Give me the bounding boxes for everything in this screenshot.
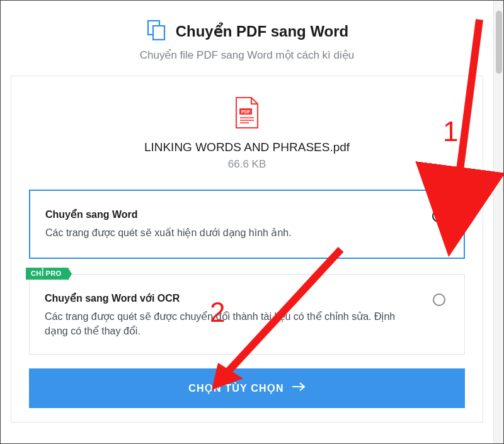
page-title: Chuyển PDF sang Word [176, 23, 349, 40]
cta-label: CHỌN TÙY CHỌN [188, 382, 284, 394]
scrollbar[interactable] [493, 1, 503, 443]
converter-card: PDF LINKING WORDS AND PHRASES.pdf 66.6 K… [11, 76, 483, 423]
file-name: LINKING WORDS AND PHRASES.pdf [29, 140, 465, 154]
option-desc: Các trang được quét sẽ được chuyển đổi t… [45, 309, 414, 338]
option-desc: Các trang được quét sẽ xuất hiện dưới dạ… [45, 225, 413, 240]
page-subtitle: Chuyển file PDF sang Word một cách kì di… [9, 48, 484, 62]
file-info: PDF LINKING WORDS AND PHRASES.pdf 66.6 K… [29, 94, 465, 190]
option-convert-to-word[interactable]: Chuyển sang Word Các trang được quét sẽ … [29, 190, 465, 259]
radio-unselected-icon[interactable] [433, 293, 445, 306]
option-title: Chuyển sang Word [45, 208, 413, 220]
option-convert-to-word-ocr[interactable]: CHỈ PRO Chuyển sang Word với OCR Các tra… [29, 274, 465, 354]
copy-icon [146, 20, 167, 43]
header: Chuyển PDF sang Word Chuyển file PDF san… [9, 20, 484, 76]
pdf-file-icon: PDF [234, 120, 260, 131]
arrow-right-icon [292, 382, 306, 394]
option-title: Chuyển sang Word với OCR [45, 292, 414, 304]
choose-option-button[interactable]: CHỌN TÙY CHỌN [29, 368, 465, 408]
scrollbar-thumb[interactable] [496, 11, 502, 74]
svg-rect-1 [153, 26, 164, 40]
header-row: Chuyển PDF sang Word [9, 20, 484, 43]
file-size: 66.6 KB [29, 158, 465, 171]
main-content: Chuyển PDF sang Word Chuyển file PDF san… [1, 1, 493, 435]
svg-text:PDF: PDF [241, 110, 251, 114]
radio-selected-icon[interactable] [432, 210, 445, 222]
pro-badge: CHỈ PRO [26, 268, 68, 280]
page-root: Chuyển PDF sang Word Chuyển file PDF san… [0, 0, 504, 444]
